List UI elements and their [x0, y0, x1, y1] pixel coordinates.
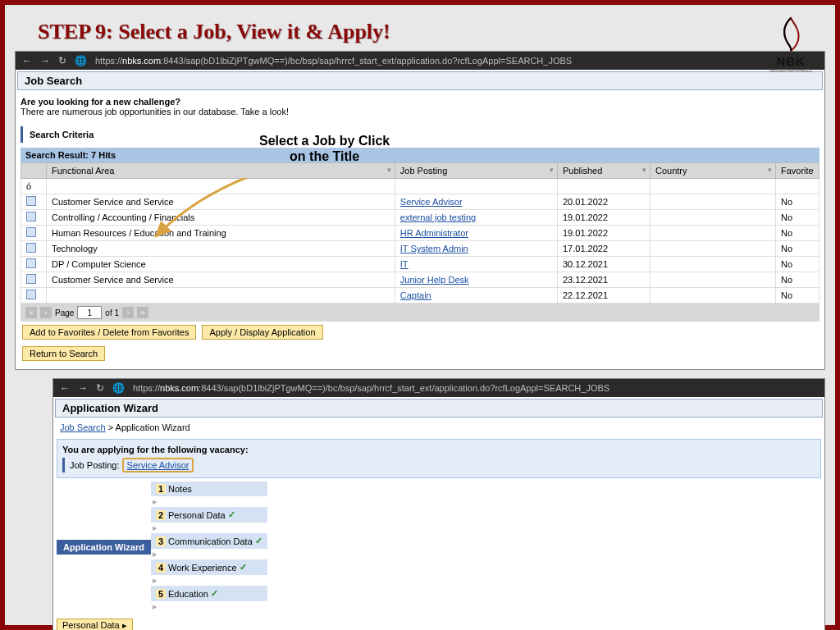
personal-data-button[interactable]: Personal Data ▸	[57, 619, 133, 630]
intro-text: Are you looking for a new challenge?Ther…	[21, 97, 819, 116]
wizard-step[interactable]: 2 Personal Data ✓	[151, 507, 267, 523]
globe-icon: 🌐	[75, 55, 87, 66]
table-row: Customer Service and ServiceJunior Help …	[21, 272, 819, 288]
wizard-title: Application Wizard	[55, 399, 823, 418]
wizard-step[interactable]: 3 Communication Data ✓	[151, 533, 267, 549]
job-link[interactable]: IT System Admin	[400, 244, 468, 253]
search-criteria-header: Search Criteria	[21, 126, 819, 143]
nbk-logo: NBK NASSER BIN KHALED	[769, 16, 812, 73]
row-checkbox[interactable]	[26, 290, 36, 299]
pager-next[interactable]: ›	[122, 307, 134, 318]
job-link[interactable]: Captain	[400, 290, 431, 300]
job-link[interactable]: external job testing	[400, 212, 476, 222]
return-button[interactable]: Return to Search	[22, 346, 105, 361]
job-search-title: Job Search	[17, 71, 823, 90]
job-link[interactable]: HR Administrator	[400, 228, 468, 238]
table-row: Customer Service and ServiceService Advi…	[21, 194, 819, 210]
wizard-step[interactable]: 5 Education ✓	[151, 586, 267, 601]
step-title: STEP 9: Select a Job, View it & Apply!	[5, 5, 835, 44]
breadcrumb: Job Search > Application Wizard	[53, 419, 824, 436]
table-row: DP / Computer ScienceIT30.12.2021No	[21, 257, 819, 272]
job-search-panel: ← → ↻ 🌐 https://nbks.com:8443/sap(bD1lbi…	[15, 51, 825, 370]
col-job-posting: Job Posting▾	[395, 163, 557, 179]
pager-input[interactable]	[77, 306, 102, 319]
table-row: Captain22.12.2021No	[21, 288, 819, 304]
address-bar: ← → ↻ 🌐 https://nbks.com:8443/sap(bD1lbi…	[16, 52, 824, 70]
pager-first[interactable]: «	[25, 307, 37, 318]
wizard-tab[interactable]: Application Wizard	[57, 540, 151, 555]
vacancy-box: You are applying for the following vacan…	[57, 439, 821, 478]
job-link[interactable]: IT	[400, 259, 409, 269]
reload-icon[interactable]: ↻	[96, 382, 104, 394]
wizard-step[interactable]: 1 Notes	[151, 482, 267, 496]
col-functional-area: Functional Area▾	[47, 163, 395, 179]
application-wizard-panel: ← → ↻ 🌐 https://nbks.com:8443/sap(bD1lbi…	[52, 378, 825, 630]
annotation-arrow	[151, 167, 274, 241]
favorites-button[interactable]: Add to Favorites / Delete from Favorites	[22, 325, 196, 340]
crumb-job-search[interactable]: Job Search	[60, 422, 106, 432]
pager: « ‹ Page of 1 › »	[21, 304, 819, 322]
row-checkbox[interactable]	[26, 258, 36, 268]
url-text: https://nbks.com:8443/sap(bD1lbiZjPTgwMQ…	[95, 56, 818, 66]
col-country: Country▾	[651, 163, 776, 179]
row-checkbox[interactable]	[26, 227, 36, 237]
col-favorite: Favorite	[776, 163, 819, 179]
wizard-steps: Application Wizard 1 Notes▸2 Personal Da…	[57, 482, 821, 612]
apply-button[interactable]: Apply / Display Application	[202, 325, 322, 340]
globe-icon: 🌐	[112, 382, 125, 394]
pager-prev[interactable]: ‹	[40, 307, 52, 318]
results-table: Functional Area▾ Job Posting▾ Published▾…	[21, 162, 819, 304]
annotation-text: Select a Job by Clickon the Title	[259, 133, 390, 164]
back-icon[interactable]: ←	[60, 382, 70, 394]
row-checkbox[interactable]	[26, 274, 36, 284]
col-published: Published▾	[558, 163, 651, 179]
row-checkbox[interactable]	[26, 196, 36, 206]
forward-icon[interactable]: →	[78, 382, 88, 394]
table-row: TechnologyIT System Admin17.01.2022No	[21, 241, 819, 257]
job-link[interactable]: Service Advisor	[400, 197, 463, 207]
vacancy-link[interactable]: Service Advisor	[127, 460, 189, 470]
wizard-step[interactable]: 4 Work Experience ✓	[151, 559, 267, 575]
reload-icon[interactable]: ↻	[58, 55, 66, 66]
back-icon[interactable]: ←	[22, 55, 32, 66]
table-row: Human Resources / Education and Training…	[21, 226, 819, 241]
filter-icon[interactable]: ό	[26, 181, 31, 191]
result-header: Search Result: 7 Hits	[21, 148, 819, 162]
job-link[interactable]: Junior Help Desk	[400, 275, 469, 285]
table-row: Controlling / Accounting / Financialsext…	[21, 210, 819, 226]
row-checkbox[interactable]	[26, 243, 36, 253]
pager-last[interactable]: »	[137, 307, 148, 318]
forward-icon[interactable]: →	[40, 55, 50, 66]
row-checkbox[interactable]	[26, 212, 36, 221]
